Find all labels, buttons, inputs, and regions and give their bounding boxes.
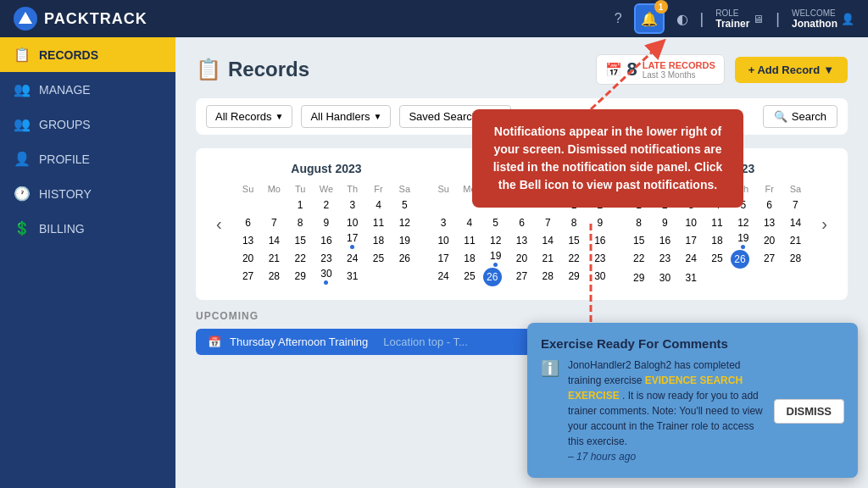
- nav-brand: PACKTRACK: [14, 7, 147, 30]
- role-label: ROLE: [715, 8, 749, 18]
- calendar-next-button[interactable]: ›: [815, 214, 834, 234]
- calendar-prev-button[interactable]: ‹: [209, 214, 229, 234]
- layout: 📋 RECORDS 👥 MANAGE 👥 GROUPS 👤 PROFILE 🕐 …: [0, 37, 868, 488]
- sidebar-item-groups[interactable]: 👥 GROUPS: [0, 107, 175, 141]
- calendar-icon: 📅: [605, 62, 622, 78]
- sidebar-item-billing[interactable]: 💲 BILLING: [0, 211, 175, 246]
- sidebar-label-history: HISTORY: [39, 187, 92, 201]
- page-title-text: Records: [228, 58, 309, 81]
- add-record-label: + Add Record: [748, 64, 820, 76]
- history-icon: 🕐: [14, 186, 31, 202]
- bell-button[interactable]: 🔔 1: [634, 3, 665, 34]
- search-label: Search: [792, 110, 826, 123]
- svg-marker-0: [19, 12, 32, 24]
- sidebar-label-records: RECORDS: [39, 48, 98, 62]
- august-title: August 2023: [236, 162, 418, 175]
- sidebar-label-billing: BILLING: [39, 222, 85, 236]
- add-record-button[interactable]: + Add Record ▼: [735, 57, 848, 83]
- records-icon: 📋: [14, 47, 31, 63]
- user-section: WELCOME Jonathon 👤: [792, 8, 854, 30]
- sidebar-item-records[interactable]: 📋 RECORDS: [0, 37, 175, 72]
- late-sublabel: Last 3 Months: [643, 70, 715, 80]
- notification-toast: Exercise Ready For Comments ℹ️ JonoHandl…: [527, 323, 858, 478]
- sidebar-item-manage[interactable]: 👥 MANAGE: [0, 72, 175, 107]
- sidebar-label-manage: MANAGE: [39, 83, 91, 97]
- toast-text: JonoHandler2 Balogh2 has completed train…: [568, 358, 765, 464]
- add-record-arrow: ▼: [823, 64, 834, 76]
- manage-icon: 👥: [14, 81, 31, 97]
- all-handlers-arrow: ▼: [373, 112, 381, 121]
- toast-body: ℹ️ JonoHandler2 Balogh2 has completed tr…: [541, 358, 844, 464]
- bell-icon: 🔔: [641, 11, 658, 27]
- toast-info-icon: ℹ️: [541, 359, 559, 378]
- calendar-august: August 2023 SuMoTuWeThFrSa 12345 6789101…: [229, 162, 425, 286]
- page-title-area: 📋 Records: [196, 58, 309, 81]
- sidebar-item-profile[interactable]: 👤 PROFILE: [0, 141, 175, 176]
- top-nav: PACKTRACK ? 🔔 1 ◐ | ROLE Trainer 🖥 | WEL…: [0, 0, 868, 37]
- toast-time: – 17 hours ago: [568, 451, 636, 463]
- all-records-label: All Records: [215, 110, 271, 123]
- role-value: Trainer: [715, 18, 749, 30]
- user-name: Jonathon: [792, 18, 837, 30]
- profile-icon: 👤: [14, 151, 31, 167]
- logo-icon: [14, 7, 37, 30]
- all-records-filter[interactable]: All Records ▼: [206, 105, 292, 128]
- page-header: 📋 Records 📅 8 LATE RECORDS Last 3 Months…: [196, 54, 848, 85]
- page-title-icon: 📋: [196, 58, 221, 81]
- toast-dismiss-button[interactable]: DISMISS: [774, 399, 844, 424]
- role-section: ROLE Trainer 🖥: [715, 8, 764, 30]
- late-count: 8: [627, 58, 637, 80]
- sidebar-item-history[interactable]: 🕐 HISTORY: [0, 176, 175, 211]
- toast-title: Exercise Ready For Comments: [541, 336, 844, 351]
- bell-badge: 1: [654, 0, 668, 14]
- all-handlers-filter[interactable]: All Handlers ▼: [301, 105, 391, 128]
- search-button[interactable]: 🔍 Search: [763, 105, 837, 128]
- late-records-badge: 📅 8 LATE RECORDS Last 3 Months: [596, 54, 725, 85]
- tooltip-text: Notifications appear in the lower right …: [493, 125, 723, 191]
- billing-icon: 💲: [14, 220, 31, 236]
- sidebar-label-profile: PROFILE: [39, 152, 90, 166]
- app-name: PACKTRACK: [44, 10, 147, 28]
- upcoming-item-detail: Location top - T...: [383, 336, 468, 348]
- nav-right: ? 🔔 1 ◐ | ROLE Trainer 🖥 | WELCOME Jonat…: [615, 3, 854, 34]
- late-label: LATE RECORDS: [643, 60, 715, 70]
- upcoming-item-title: Thursday Afternoon Training: [230, 336, 368, 348]
- upcoming-icon: 📅: [208, 336, 221, 348]
- sidebar: 📋 RECORDS 👥 MANAGE 👥 GROUPS 👤 PROFILE 🕐 …: [0, 37, 175, 488]
- user-icon: 👤: [841, 13, 854, 25]
- tooltip-overlay: Notifications appear in the lower right …: [472, 109, 743, 208]
- august-grid: SuMoTuWeThFrSa 12345 6789101112 13141516…: [236, 182, 418, 285]
- main-content: 📋 Records 📅 8 LATE RECORDS Last 3 Months…: [175, 37, 868, 488]
- upcoming-title: UPCOMING: [196, 310, 848, 322]
- role-icon: 🖥: [753, 13, 764, 25]
- all-handlers-label: All Handlers: [310, 110, 370, 123]
- sidebar-label-groups: GROUPS: [39, 118, 91, 131]
- search-icon: 🔍: [774, 110, 787, 123]
- groups-icon: 👥: [14, 116, 31, 132]
- help-icon[interactable]: ?: [615, 11, 622, 26]
- welcome-label: WELCOME: [792, 8, 837, 18]
- theme-icon[interactable]: ◐: [676, 11, 688, 27]
- all-records-arrow: ▼: [275, 112, 283, 121]
